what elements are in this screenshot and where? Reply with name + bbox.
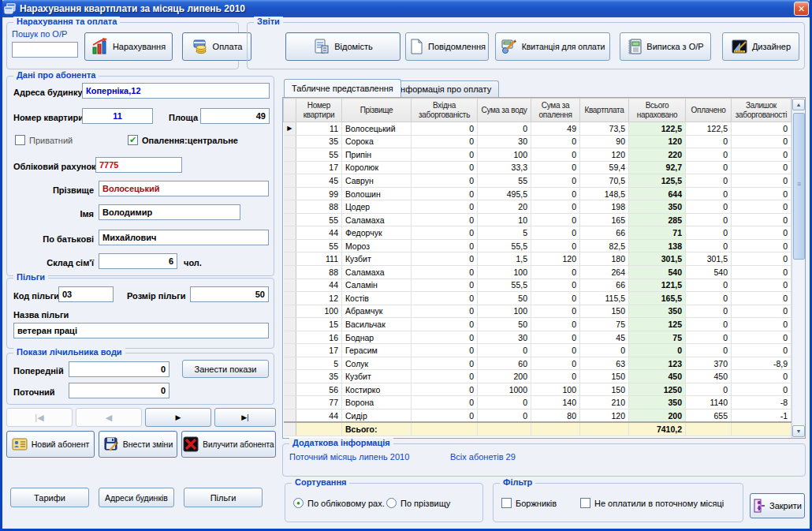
cell[interactable]: -8 [732,396,792,409]
family-size-field[interactable] [99,253,177,269]
cell[interactable]: 0 [732,135,792,148]
cell[interactable]: 0 [732,292,792,305]
cell[interactable]: 0 [686,383,732,396]
cell[interactable]: 15 [296,318,342,331]
cell[interactable]: 121,5 [629,279,686,292]
column-header[interactable]: Сума за опалення [531,99,580,122]
cell[interactable]: 35 [296,135,342,148]
address-field[interactable] [82,83,270,99]
cell[interactable]: 0 [531,357,580,370]
apartment-field[interactable] [82,108,153,124]
cell[interactable]: 50 [478,318,531,331]
cell[interactable]: 100 [478,305,531,318]
cell[interactable]: 5 [478,226,531,240]
column-header[interactable]: Залишок заборгованості [732,99,792,122]
cell[interactable]: 150 [580,370,629,383]
column-header[interactable]: Прізвище [342,99,412,122]
patronymic-field[interactable] [99,230,269,245]
cell[interactable]: 0 [531,226,580,240]
cell[interactable]: 301,5 [686,252,732,266]
cell[interactable]: 0 [478,122,531,136]
cell[interactable]: 0 [732,200,792,214]
cell[interactable]: 370 [686,357,732,370]
table-row[interactable]: 35Сорока03009012000 [284,135,792,148]
cell[interactable]: 540 [629,266,686,279]
cell[interactable]: 30 [478,331,531,344]
cell[interactable]: 0 [580,344,629,357]
tab-payment-info[interactable]: Інформація про оплату [390,80,499,97]
current-reading-field[interactable] [69,383,169,398]
cell[interactable]: 0 [686,148,732,162]
cell[interactable]: 0 [412,252,478,266]
cell[interactable]: Федорчук [342,226,412,240]
cell[interactable]: 49 [531,122,580,136]
nav-first-button[interactable]: |◀ [6,408,73,427]
area-field[interactable] [200,108,270,124]
table-row[interactable]: 111Кузбит01,5120180301,5301,50 [284,252,792,266]
cell[interactable]: 0 [412,383,478,396]
cell[interactable]: 165 [580,213,629,226]
surname-field[interactable] [99,181,269,196]
cell[interactable]: Королюк [342,161,412,174]
cell[interactable]: 45 [580,331,629,344]
cell[interactable]: -8,9 [732,357,792,370]
cell[interactable]: 655 [686,409,732,423]
cell[interactable]: 0 [732,239,792,252]
table-row[interactable]: 55Припін0100012022000 [284,148,792,162]
cell[interactable]: 350 [629,305,686,318]
cell[interactable]: 0 [732,226,792,240]
cell[interactable]: 0 [531,305,580,318]
cell[interactable]: Цодер [342,200,412,214]
cell[interactable]: 125 [629,318,686,331]
cell[interactable]: Солук [342,357,412,370]
cell[interactable]: 0 [531,239,580,252]
sort-by-account-radio-dot[interactable]: ● [293,498,304,508]
cell[interactable]: 56 [296,383,342,396]
cell[interactable]: 0 [732,187,792,200]
cell[interactable]: 0 [531,292,580,305]
heating-checkbox[interactable]: ✔ Опалення:центральне [128,135,238,145]
cell[interactable]: 1140 [686,396,732,409]
delete-subscriber-button[interactable]: Вилучити абонента [181,431,276,458]
cell[interactable]: 0 [412,331,478,344]
designer-button[interactable]: Дизайнер [722,32,799,61]
cell[interactable]: Волошин [342,187,412,200]
table-row[interactable]: 88Саламаха010002645405400 [284,266,792,279]
cell[interactable]: Абрамчук [342,305,412,318]
cell[interactable]: 0 [686,187,732,200]
cell[interactable]: 0 [478,409,531,423]
table-row[interactable]: 77Ворона001402103501140-8 [284,396,792,409]
cell[interactable]: 148,5 [580,187,629,200]
search-input[interactable] [12,42,78,58]
cell[interactable]: 198 [580,200,629,214]
cell[interactable]: 165,5 [629,292,686,305]
cell[interactable]: Припін [342,148,412,162]
cell[interactable]: 0 [686,226,732,240]
cell[interactable]: 45 [296,174,342,188]
cell[interactable]: Сидір [342,409,412,423]
new-subscriber-button[interactable]: Новий абонент [6,431,95,458]
cell[interactable]: 1000 [478,383,531,396]
cell[interactable]: 120 [580,148,629,162]
cell[interactable]: 0 [412,213,478,226]
cell[interactable]: 80 [531,409,580,423]
private-checkbox[interactable]: Приватний [15,135,73,145]
cell[interactable]: 0 [412,370,478,383]
addresses-button[interactable]: Адреси будинків [99,488,174,507]
table-row[interactable]: 44Саламін055,5066121,500 [284,279,792,292]
cell[interactable]: 200 [629,409,686,423]
cell[interactable]: -1 [732,409,792,423]
cell[interactable]: 0 [531,279,580,292]
cell[interactable]: 644 [629,187,686,200]
cell[interactable]: 0 [686,279,732,292]
close-app-button[interactable]: Закрити [750,493,805,518]
account-field[interactable] [95,157,182,173]
cell[interactable]: 285 [629,213,686,226]
cell[interactable]: 0 [412,292,478,305]
cell[interactable]: 55,5 [478,239,531,252]
cell[interactable]: 1250 [629,383,686,396]
not-paid-checkbox-box[interactable] [580,498,590,508]
cell[interactable]: 66 [580,279,629,292]
cell[interactable]: 125,5 [629,174,686,188]
cell[interactable]: 55 [296,213,342,226]
